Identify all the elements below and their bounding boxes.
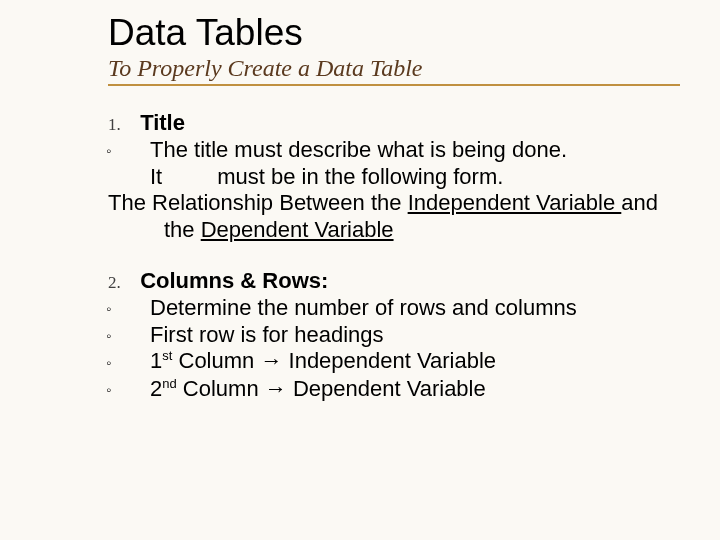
arrow-icon: → xyxy=(265,376,287,401)
item2-b3-c: Independent Variable xyxy=(282,349,496,374)
item1-desc: ◦The title must describe what is being d… xyxy=(150,137,680,191)
item2-b4-sup: nd xyxy=(162,376,176,391)
title-underline xyxy=(108,84,680,86)
item2-b3-b: Column xyxy=(172,349,260,374)
ring-bullet-icon: ◦ xyxy=(128,354,150,372)
item2-b4-b: Column xyxy=(177,376,265,401)
ring-bullet-icon: ◦ xyxy=(128,381,150,399)
item2-b3-sup: st xyxy=(162,348,172,363)
item2-b4-a: 2 xyxy=(150,376,162,401)
tmpl-iv: Independent Variable xyxy=(408,190,622,215)
item2-b1-text: Determine the number of rows and columns xyxy=(150,295,577,320)
item1-desc-text: The title must describe what is being do… xyxy=(150,137,567,189)
ring-bullet-icon: ◦ xyxy=(128,327,150,345)
item2-heading-line: 2. Columns & Rows: xyxy=(108,268,680,295)
item1-heading: Title xyxy=(140,110,185,135)
slide: Data Tables To Properly Create a Data Ta… xyxy=(0,0,720,540)
item1-number: 1. xyxy=(108,115,134,136)
item1-heading-line: 1. Title xyxy=(108,110,680,137)
ring-bullet-icon: ◦ xyxy=(128,300,150,318)
item2-b3-a: 1 xyxy=(150,349,162,374)
list-item-1: 1. Title ◦The title must describe what i… xyxy=(108,110,680,244)
item2-b4-c: Dependent Variable xyxy=(287,376,486,401)
item2-heading: Columns & Rows: xyxy=(140,268,328,293)
slide-subtitle: To Properly Create a Data Table xyxy=(108,55,680,82)
tmpl-dv: Dependent Variable xyxy=(201,217,394,242)
list-item-2: 2. Columns & Rows: ◦Determine the number… xyxy=(108,268,680,403)
slide-title: Data Tables xyxy=(108,14,680,53)
body-content: 1. Title ◦The title must describe what i… xyxy=(108,110,680,403)
ring-bullet-icon: ◦ xyxy=(128,142,150,160)
item2-b3: ◦1st Column → Independent Variable xyxy=(150,348,680,375)
item2-b2-text: First row is for headings xyxy=(150,322,384,347)
item2-b1: ◦Determine the number of rows and column… xyxy=(150,295,680,322)
tmpl-pre: The Relationship Between the xyxy=(108,190,408,215)
item1-template: The Relationship Between the Independent… xyxy=(164,190,680,244)
arrow-icon: → xyxy=(260,349,282,374)
item2-b4: ◦2nd Column → Dependent Variable xyxy=(150,376,680,403)
item2-b2: ◦First row is for headings xyxy=(150,322,680,349)
item2-number: 2. xyxy=(108,273,134,294)
